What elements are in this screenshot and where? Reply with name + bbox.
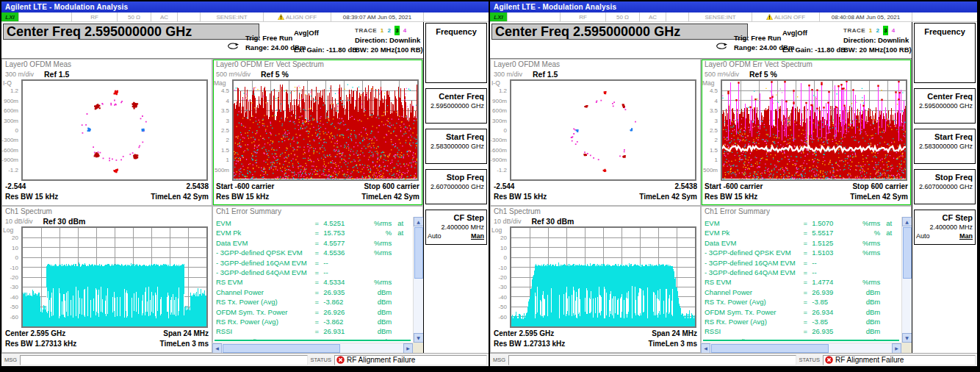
window-body: Center Freq 2.595000000 GHz Trig: Free R… xyxy=(490,22,977,353)
horizontal-scrollbar[interactable]: ◀ ▶ xyxy=(701,343,901,353)
error-summary-row: OFDM Sym. Tx. Power=26.926dBm xyxy=(216,308,411,318)
es-label: EVM xyxy=(216,219,314,229)
es-unit: dBm xyxy=(361,318,392,327)
scroll-down-button[interactable]: ▼ xyxy=(902,333,912,343)
softkey-start-freq[interactable]: Start Freq 2.583000000 GHz xyxy=(425,129,487,164)
es-note xyxy=(397,327,411,337)
vertical-scrollbar[interactable]: ▲ ▼ xyxy=(901,217,912,343)
horizontal-scroll-thumb[interactable] xyxy=(223,344,340,353)
error-summary-row: - 3GPP-defined QPSK EVM=4.5536%rms xyxy=(216,248,411,258)
vertical-scroll-thumb[interactable] xyxy=(903,227,912,279)
error-summary-row: - 3GPP-defined 16QAM EVM=-- xyxy=(216,259,411,268)
window-titlebar[interactable]: Agilent LTE - Modulation Analysis xyxy=(1,1,489,12)
scale-per-div: 10 dB/div xyxy=(5,218,33,225)
direction-status: Direction: Downlink xyxy=(843,35,912,45)
horizontal-scroll-thumb[interactable] xyxy=(711,344,829,353)
trace-1-button[interactable]: 1 xyxy=(381,26,384,35)
x-min-label: -2.544 xyxy=(5,182,26,192)
panel-error-summary[interactable]: Ch1 Error Summary EVM=1.5070%rmsatEVM Pk… xyxy=(701,206,912,353)
vertical-scrollbar[interactable]: ▲ ▼ xyxy=(413,217,423,343)
scale-per-div: 300 m/div xyxy=(5,71,34,78)
trace-1-button[interactable]: 1 xyxy=(869,26,873,35)
scroll-left-button[interactable]: ◀ xyxy=(701,343,710,354)
error-summary-row: - 3GPP-defined QPSK EVM=1.5103%rms xyxy=(705,248,899,258)
ext-gain-status: Ext Gain: -11.80 dB xyxy=(294,46,357,54)
panel-error-summary[interactable]: Ch1 Error Summary EVM=4.5251%rmsatEVM Pk… xyxy=(212,206,423,353)
error-summary-row: RS Tx. Power (Avg)=-3.862dBm xyxy=(216,298,411,307)
horizontal-scrollbar[interactable]: ◀ ▶ xyxy=(212,343,413,353)
softkey-start-freq[interactable]: Start Freq 2.583000000 GHz xyxy=(914,129,976,164)
trace-3-button[interactable]: 3 xyxy=(394,26,400,35)
window-titlebar[interactable]: Agilent LTE - Modulation Analysis xyxy=(490,1,977,12)
es-label: RS EVM xyxy=(705,278,803,287)
trace-2-button[interactable]: 2 xyxy=(876,26,879,35)
panel-ofdm-meas[interactable]: Layer0 OFDM Meas 300 m/div Ref 1.5 I-Q 1… xyxy=(490,59,701,206)
tick-label: 1.2 xyxy=(10,87,18,94)
softkey-cf-step[interactable]: CF Step 2.400000 MHz Auto Man xyxy=(425,210,487,245)
es-note xyxy=(886,268,899,278)
softkey-center-freq[interactable]: Center Freq 2.595000000 GHz xyxy=(425,88,487,124)
es-note: at xyxy=(886,219,899,229)
panel-evm-spectrum[interactable]: Layer0 OFDM Err Vect Spectrum 500 m%/div… xyxy=(212,59,423,206)
auto-option[interactable]: Auto xyxy=(916,232,930,240)
menu-title: Frequency xyxy=(425,23,487,83)
align-status-text: ALIGN OFF xyxy=(774,14,805,21)
error-summary-body: EVM=1.5070%rmsatEVM Pk=5.5517%atData EVM… xyxy=(701,217,912,353)
timelen-label: TimeLen 42 Sym xyxy=(151,192,209,202)
continuous-sweep-icon xyxy=(226,43,239,51)
softkey-stop-freq[interactable]: Stop Freq 2.607000000 GHz xyxy=(425,169,487,204)
es-unit: dBm xyxy=(361,298,392,307)
softkey-center-freq[interactable]: Center Freq 2.595000000 GHz xyxy=(914,88,976,124)
panel-ofdm-meas[interactable]: Layer0 OFDM Meas 300 m/div Ref 1.5 I-Q 1… xyxy=(1,59,212,206)
trace-3-button[interactable]: 3 xyxy=(883,26,888,35)
man-option[interactable]: Man xyxy=(471,232,484,240)
es-unit xyxy=(850,259,881,268)
status-field: RF Alignment Failure xyxy=(823,355,976,365)
panel-ch1-spectrum[interactable]: Ch1 Spectrum 10 dB/div Ref 30 dBm Log 20… xyxy=(490,206,701,353)
measurement-area: Center Freq 2.595000000 GHz Trig: Free R… xyxy=(490,22,912,353)
es-unit: dBm xyxy=(850,298,881,307)
error-summary-table: EVM=1.5070%rmsatEVM Pk=5.5517%atData EVM… xyxy=(705,219,899,340)
auto-option[interactable]: Auto xyxy=(428,232,442,240)
scroll-left-button[interactable]: ◀ xyxy=(212,343,222,354)
panel-title: Layer0 OFDM Err Vect Spectrum xyxy=(701,60,912,69)
scroll-up-button[interactable]: ▲ xyxy=(414,217,424,226)
vertical-scroll-thumb[interactable] xyxy=(414,227,423,279)
x-max-label: 2.5438 xyxy=(186,182,209,192)
es-note xyxy=(397,298,411,307)
sense-indicator: SENSE:INT xyxy=(201,12,264,21)
tick-label: -300m xyxy=(1,137,18,143)
softkey-value: 2.607000000 GHz xyxy=(916,182,973,191)
res-bw-label: Res BW 1.27313 kHz xyxy=(5,339,76,349)
es-val: -3.862 xyxy=(323,318,361,327)
es-note xyxy=(397,248,411,258)
error-summary-row: EVM=4.5251%rmsat xyxy=(216,219,411,229)
es-note: at xyxy=(886,229,899,238)
auto-man-toggle: Auto Man xyxy=(916,232,973,240)
es-note xyxy=(397,318,411,327)
es-eq: = xyxy=(314,288,323,298)
tick-label: 500m xyxy=(215,166,229,173)
trace-2-button[interactable]: 2 xyxy=(387,26,391,35)
status-bar: MSG STATUS RF Alignment Failure xyxy=(1,353,489,366)
es-val: 1.5125 xyxy=(812,239,849,248)
timestamp: 08:39:07 AM Jun 05, 2021 xyxy=(331,12,424,21)
auto-man-toggle: Auto Man xyxy=(428,232,484,240)
scroll-right-button[interactable]: ▶ xyxy=(892,343,901,354)
softkey-stop-freq[interactable]: Stop Freq 2.607000000 GHz xyxy=(914,169,976,204)
timelen-label: TimeLen 42 Sym xyxy=(639,192,697,202)
panel-ch1-spectrum[interactable]: Ch1 Spectrum 10 dB/div Ref 30 dBm Log 20… xyxy=(1,206,212,353)
panel-evm-spectrum[interactable]: Layer0 OFDM Err Vect Spectrum 500 m%/div… xyxy=(701,59,912,206)
scroll-up-button[interactable]: ▲ xyxy=(902,217,912,226)
scroll-down-button[interactable]: ▼ xyxy=(414,333,424,343)
y-tick-labels: 20100-10-20-30-40-50-60 xyxy=(1,228,20,326)
scroll-right-button[interactable]: ▶ xyxy=(403,343,413,354)
ref-level: Ref 30 dBm xyxy=(532,217,574,226)
es-note xyxy=(886,259,899,268)
softkey-cf-step[interactable]: CF Step 2.400000 MHz Auto Man xyxy=(914,210,976,245)
res-bw-label: Res BW 15 kHz xyxy=(216,192,269,202)
tick-label: -900m xyxy=(490,157,507,163)
trace-4-button[interactable]: 4 xyxy=(892,26,896,35)
trace-4-button[interactable]: 4 xyxy=(403,26,407,35)
man-option[interactable]: Man xyxy=(959,232,973,240)
